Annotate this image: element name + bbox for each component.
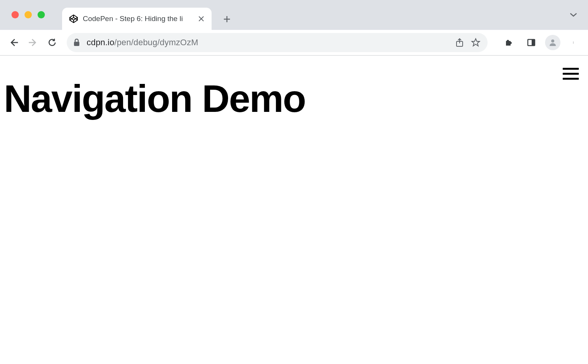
extensions-button[interactable] [501, 34, 517, 51]
window-controls [8, 11, 49, 18]
tab-bar: CodePen - Step 6: Hiding the li [0, 0, 588, 30]
window-maximize-button[interactable] [38, 11, 45, 18]
svg-point-16 [573, 41, 573, 42]
toolbar-right [494, 34, 583, 51]
svg-point-15 [551, 39, 554, 43]
menu-button[interactable] [566, 34, 583, 51]
svg-marker-12 [472, 39, 480, 46]
forward-button[interactable] [25, 34, 41, 51]
toolbar: cdpn.io/pen/debug/dymzOzM [0, 30, 588, 55]
share-button[interactable] [455, 38, 465, 48]
bookmark-button[interactable] [471, 38, 481, 48]
new-tab-button[interactable] [219, 11, 235, 27]
browser-tab[interactable]: CodePen - Step 6: Hiding the li [62, 8, 212, 30]
svg-point-17 [573, 42, 573, 43]
window-minimize-button[interactable] [25, 11, 32, 18]
hamburger-line-icon [563, 78, 579, 80]
svg-rect-9 [74, 42, 79, 46]
hamburger-line-icon [563, 68, 579, 70]
side-panel-button[interactable] [523, 34, 540, 51]
svg-rect-14 [532, 39, 535, 46]
reload-button[interactable] [44, 34, 61, 51]
page-heading: Navigation Demo [0, 56, 588, 119]
address-bar-actions [455, 38, 481, 48]
address-bar[interactable]: cdpn.io/pen/debug/dymzOzM [67, 33, 488, 52]
browser-chrome: CodePen - Step 6: Hiding the li [0, 0, 588, 56]
tab-title: CodePen - Step 6: Hiding the li [83, 15, 193, 23]
hamburger-line-icon [563, 73, 579, 75]
codepen-icon [69, 14, 78, 23]
lock-icon [74, 39, 81, 46]
hamburger-menu-button[interactable] [563, 66, 579, 81]
svg-point-18 [573, 43, 573, 43]
url-text: cdpn.io/pen/debug/dymzOzM [87, 38, 449, 48]
profile-button[interactable] [545, 35, 560, 50]
tabs-dropdown-button[interactable] [566, 7, 581, 22]
tab-close-button[interactable] [198, 15, 205, 22]
url-path: /pen/debug/dymzOzM [114, 38, 198, 47]
page-content: Navigation Demo [0, 56, 588, 364]
url-domain: cdpn.io [87, 38, 114, 47]
window-close-button[interactable] [11, 11, 19, 18]
back-button[interactable] [5, 34, 22, 51]
